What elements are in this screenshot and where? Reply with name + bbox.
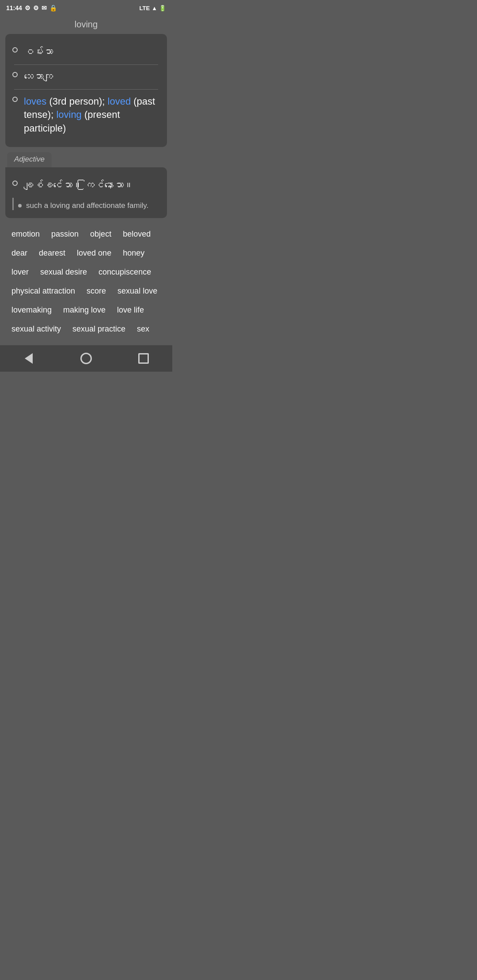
gmail-icon: ✉ — [42, 4, 47, 11]
status-bar: 11:44 ⚙ ⚙ ✉ 🔒 LTE ▲ 🔋 — [0, 0, 172, 16]
bullet-3 — [12, 97, 18, 102]
page-title: loving — [0, 16, 172, 34]
main-definition-card: ဝမ်းသာ သဘောကျ loves (3rd person); loved … — [5, 34, 167, 147]
related-word-item[interactable]: honey — [118, 246, 149, 260]
related-word-item[interactable]: sexual love — [113, 284, 162, 298]
back-button[interactable] — [21, 351, 37, 366]
definition-item-1: ဝမ်းသာ — [12, 40, 160, 64]
example-line: such a loving and affectionate family. — [18, 198, 160, 210]
status-right: LTE ▲ 🔋 — [140, 5, 166, 11]
navigation-bar — [0, 345, 172, 372]
adjective-bullet — [12, 181, 18, 186]
related-word-item[interactable]: dear — [7, 246, 32, 260]
related-word-item[interactable]: physical attraction — [7, 284, 80, 298]
related-word-item[interactable]: love life — [113, 303, 148, 317]
definition-item-2: သဘောကျ — [12, 65, 160, 89]
bullet-1 — [12, 47, 18, 53]
settings-icon: ⚙ — [25, 4, 30, 11]
conjugation-loving[interactable]: loving — [56, 109, 81, 120]
definition-item-3: loves (3rd person); loved (past tense); … — [12, 90, 160, 141]
battery-icon: 🔋 — [159, 5, 166, 11]
example-container: such a loving and affectionate family. — [12, 198, 160, 210]
home-button[interactable] — [78, 351, 94, 366]
conjugation-loves-desc: (3rd person); — [49, 96, 107, 107]
adjective-section: Adjective ချစ်ခင်သော။ ကြင်နာသော။ such a … — [5, 152, 167, 218]
related-word-item[interactable]: concupiscence — [94, 265, 155, 279]
example-sentence: such a loving and affectionate family. — [26, 201, 148, 210]
signal-strength-icon: ▲ — [151, 5, 157, 11]
adjective-myanmar-text: ချစ်ခင်သော။ ကြင်နာသော။ — [24, 179, 133, 192]
related-word-item[interactable]: sexual practice — [68, 322, 130, 336]
related-words-section: emotionpassionobjectbeloveddeardearestlo… — [0, 218, 172, 341]
related-words-grid: emotionpassionobjectbeloveddeardearestlo… — [7, 227, 165, 336]
bullet-2 — [12, 72, 18, 77]
myanmar-text-1: ဝမ်းသာ — [24, 45, 53, 59]
myanmar-text-2: သဘောကျ — [24, 70, 53, 84]
related-word-item[interactable]: score — [82, 284, 110, 298]
time-display: 11:44 — [6, 4, 22, 11]
adjective-definition-item: ချစ်ခင်သော။ ကြင်နာသော။ — [12, 173, 160, 198]
related-word-item[interactable]: passion — [47, 227, 83, 241]
related-word-item[interactable]: loved one — [72, 246, 116, 260]
related-word-item[interactable]: lover — [7, 265, 33, 279]
related-word-item[interactable]: sexual activity — [7, 322, 65, 336]
related-word-item[interactable]: emotion — [7, 227, 44, 241]
related-word-item[interactable]: sex — [132, 322, 154, 336]
status-left: 11:44 ⚙ ⚙ ✉ 🔒 — [6, 4, 57, 11]
recents-button[interactable] — [136, 351, 151, 366]
adjective-card: ချစ်ခင်သော။ ကြင်နာသော။ such a loving and… — [5, 167, 167, 218]
adjective-tab-label: Adjective — [7, 152, 52, 167]
related-word-item[interactable]: beloved — [118, 227, 155, 241]
related-word-item[interactable]: lovemaking — [7, 303, 56, 317]
related-word-item[interactable]: object — [86, 227, 116, 241]
conjugation-loved[interactable]: loved — [108, 96, 131, 107]
related-word-item[interactable]: sexual desire — [36, 265, 91, 279]
related-word-item[interactable]: making love — [59, 303, 110, 317]
lastpass-icon: 🔒 — [49, 4, 57, 11]
conjugation-text: loves (3rd person); loved (past tense); … — [24, 95, 160, 136]
example-bullet — [18, 204, 22, 207]
related-word-item[interactable]: dearest — [34, 246, 70, 260]
settings2-icon: ⚙ — [33, 4, 39, 11]
conjugation-loves[interactable]: loves — [24, 96, 46, 107]
lte-label: LTE — [140, 5, 150, 11]
